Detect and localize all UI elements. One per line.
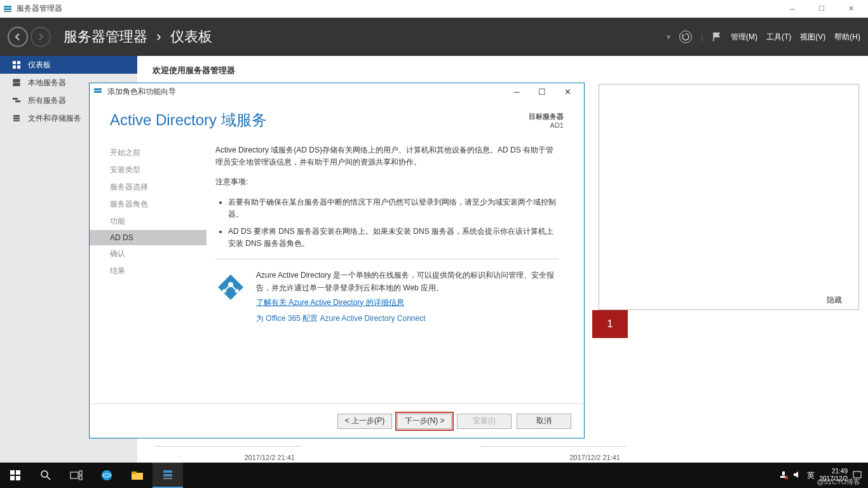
- svg-rect-3: [13, 61, 16, 64]
- outer-minimize-button[interactable]: ─: [778, 0, 807, 18]
- wizard-step-before-you-begin[interactable]: 开始之前: [90, 144, 207, 161]
- cancel-button[interactable]: 取消: [517, 414, 571, 429]
- quick-start-panel: 隐藏: [599, 84, 859, 310]
- flag-icon[interactable]: [712, 32, 722, 42]
- svg-rect-29: [79, 471, 82, 475]
- storage-icon: [11, 113, 22, 123]
- taskbar-explorer-icon[interactable]: [122, 463, 153, 488]
- server-manager-header: 服务器管理器 › 仪表板 ▾ | 管理(M) 工具(T) 视图(V) 帮助(H): [0, 18, 868, 56]
- svg-rect-30: [79, 476, 82, 480]
- sidebar-item-label: 本地服务器: [28, 78, 66, 88]
- svg-rect-6: [17, 65, 20, 69]
- wizard-step-features[interactable]: 功能: [90, 213, 207, 230]
- wizard-note-item: AD DS 要求将 DNS 服务器安装在网络上。如果未安装 DNS 服务器，系统…: [228, 226, 559, 250]
- wizard-intro-text: Active Directory 域服务(AD DS)存储有关网络上的用户、计算…: [215, 144, 559, 168]
- outer-window-title: 服务器管理器: [17, 3, 778, 14]
- breadcrumb-separator-icon: ›: [156, 29, 161, 44]
- svg-rect-2: [4, 11, 11, 12]
- azure-description: Azure Active Directory 是一个单独的在线服务，可以提供简化…: [256, 269, 559, 294]
- taskbar-ie-icon[interactable]: [92, 463, 122, 488]
- task-view-button[interactable]: [61, 463, 92, 488]
- menu-tools[interactable]: 工具(T): [766, 32, 791, 43]
- divider: [215, 259, 559, 259]
- servers-icon: [11, 95, 22, 105]
- start-button[interactable]: [0, 463, 31, 488]
- outer-maximize-button[interactable]: ☐: [807, 0, 836, 18]
- search-button[interactable]: [31, 463, 61, 488]
- previous-button[interactable]: < 上一步(P): [337, 414, 392, 429]
- svg-rect-24: [10, 476, 15, 480]
- svg-point-26: [41, 471, 48, 477]
- azure-learn-more-link[interactable]: 了解有关 Azure Active Directory 的详细信息: [256, 297, 559, 309]
- wizard-titlebar: 添加角色和功能向导 ─ ☐ ✕: [90, 83, 584, 101]
- wizard-note-item: 若要有助于确保在某台服务器中断的情况下用户仍然可以登录到网络，请至少为域安装两个…: [228, 196, 559, 220]
- wizard-notes-list: 若要有助于确保在某台服务器中断的情况下用户仍然可以登录到网络，请至少为域安装两个…: [228, 196, 559, 250]
- sidebar-item-dashboard[interactable]: 仪表板: [0, 56, 137, 74]
- svg-rect-9: [13, 98, 18, 100]
- o365-configure-link[interactable]: 为 Office 365 配置 Azure Active Directory C…: [256, 313, 559, 325]
- svg-rect-28: [71, 472, 78, 478]
- refresh-icon[interactable]: [679, 30, 692, 43]
- wizard-close-button[interactable]: ✕: [555, 85, 580, 99]
- outer-close-button[interactable]: ✕: [836, 0, 865, 18]
- svg-rect-35: [163, 474, 172, 477]
- wizard-footer: < 上一步(P) 下一步(N) > 安装(I) 取消: [90, 403, 584, 438]
- wizard-step-installation-type[interactable]: 安装类型: [90, 161, 207, 179]
- sidebar-item-label: 文件和存储服务: [28, 113, 81, 124]
- breadcrumb: 服务器管理器 › 仪表板: [64, 27, 667, 46]
- svg-point-31: [102, 470, 112, 480]
- tray-network-icon[interactable]: [779, 470, 788, 480]
- wizard-step-server-roles[interactable]: 服务器角色: [90, 196, 207, 213]
- wizard-step-server-selection[interactable]: 服务器选择: [90, 179, 207, 196]
- welcome-heading: 欢迎使用服务器管理器: [153, 65, 853, 76]
- nav-back-button[interactable]: [8, 27, 28, 47]
- svg-rect-5: [13, 65, 16, 69]
- sidebar-item-label: 所有服务器: [28, 95, 66, 106]
- server-manager-icon: [3, 4, 13, 14]
- wizard-icon: [93, 87, 104, 97]
- menu-view[interactable]: 视图(V): [800, 32, 825, 43]
- wizard-content: Active Directory 域服务(AD DS)存储有关网络上的用户、计算…: [207, 140, 584, 403]
- menu-manage[interactable]: 管理(M): [731, 32, 757, 43]
- wizard-title: 添加角色和功能向导: [107, 86, 504, 97]
- svg-rect-34: [163, 470, 172, 473]
- svg-rect-7: [13, 79, 20, 82]
- svg-rect-0: [4, 6, 11, 8]
- svg-rect-1: [4, 8, 11, 10]
- wizard-note-label: 注意事项:: [215, 176, 559, 188]
- svg-rect-13: [13, 120, 20, 121]
- svg-rect-38: [782, 471, 785, 475]
- svg-rect-8: [13, 83, 20, 86]
- svg-rect-11: [13, 115, 20, 117]
- wizard-steps: 开始之前 安装类型 服务器选择 服务器角色 功能 AD DS 确认 结果: [90, 140, 207, 403]
- svg-rect-12: [13, 118, 20, 119]
- outer-window-titlebar: 服务器管理器 ─ ☐ ✕: [0, 0, 868, 18]
- svg-line-27: [47, 477, 50, 480]
- tray-volume-icon[interactable]: [793, 470, 802, 480]
- svg-marker-40: [794, 471, 798, 478]
- taskbar-server-manager-icon[interactable]: [153, 463, 183, 488]
- wizard-step-ad-ds[interactable]: AD DS: [90, 230, 207, 245]
- add-roles-wizard-dialog: 添加角色和功能向导 ─ ☐ ✕ Active Directory 域服务 目标服…: [89, 83, 585, 438]
- wizard-step-results[interactable]: 结果: [90, 262, 207, 280]
- hide-link[interactable]: 隐藏: [827, 295, 842, 306]
- svg-rect-23: [16, 470, 20, 475]
- azure-ad-icon: [215, 269, 246, 305]
- nav-forward-button[interactable]: [31, 27, 51, 47]
- dashboard-icon: [11, 60, 22, 70]
- wizard-step-confirmation[interactable]: 确认: [90, 245, 207, 262]
- watermark-text: @51CTO博客: [817, 477, 860, 487]
- wizard-maximize-button[interactable]: ☐: [529, 85, 555, 99]
- svg-rect-10: [15, 100, 20, 102]
- menu-help[interactable]: 帮助(H): [834, 32, 860, 43]
- svg-rect-4: [17, 61, 20, 64]
- svg-rect-33: [132, 471, 137, 474]
- taskbar: 英 21:49 2017/12/2 @51CTO博客: [0, 463, 868, 488]
- alert-tile[interactable]: 1: [592, 310, 628, 338]
- wizard-minimize-button[interactable]: ─: [504, 85, 529, 99]
- svg-rect-14: [94, 88, 102, 90]
- tray-ime-indicator[interactable]: 英: [807, 470, 815, 481]
- next-button[interactable]: 下一步(N) >: [397, 414, 452, 429]
- wizard-heading: Active Directory 域服务: [110, 110, 529, 130]
- breadcrumb-app: 服务器管理器: [64, 29, 147, 44]
